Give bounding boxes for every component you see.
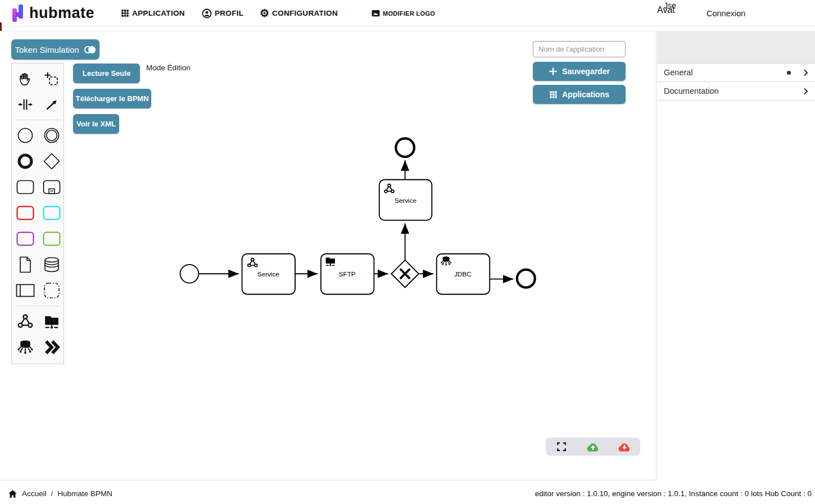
person-icon — [202, 8, 212, 19]
app-root: hubmate APPLICATION PROFIL ⚙ CONFIGURATI… — [0, 0, 815, 504]
bpmn-task-sftp[interactable]: SFTP — [321, 254, 374, 294]
top-navbar: hubmate APPLICATION PROFIL ⚙ CONFIGURATI… — [0, 0, 815, 26]
home-icon[interactable] — [8, 489, 17, 498]
nav-modifier-logo-label: MODIFIER LOGO — [383, 10, 435, 17]
cloud-download-icon — [617, 441, 632, 452]
breadcrumb: Accueil / Hubmate BPMN — [8, 489, 112, 498]
bpmn-exclusive-gateway[interactable] — [391, 260, 419, 288]
cloud-upload-icon — [586, 441, 600, 452]
nav-configuration[interactable]: ⚙ CONFIGURATION — [260, 0, 338, 26]
nav-configuration-label: CONFIGURATION — [272, 9, 338, 17]
left-edge-mark — [0, 22, 2, 31]
properties-panel-header — [657, 31, 815, 63]
general-dot-indicator — [787, 71, 791, 75]
fullscreen-icon — [556, 442, 567, 452]
nav-application-label: APPLICATION — [132, 9, 185, 17]
logo-text: hubmate — [29, 4, 94, 22]
gear-icon: ⚙ — [260, 8, 269, 19]
breadcrumb-page: Hubmate BPMN — [57, 489, 112, 498]
panel-row-documentation[interactable]: Documentation — [657, 82, 815, 101]
chevron-right-icon — [803, 69, 808, 76]
nav-profil[interactable]: PROFIL — [202, 0, 243, 26]
version-info: editor version : 1.0.10, engine version … — [535, 489, 812, 498]
nav-application[interactable]: APPLICATION — [121, 0, 185, 26]
download-button[interactable] — [615, 439, 634, 454]
bpmn-task-service-1[interactable]: Service — [242, 254, 296, 294]
bpmn-end-event-top[interactable] — [396, 138, 414, 157]
bpmn-diagram: Service SFTP JDBC Service — [0, 31, 656, 480]
panel-row-general[interactable]: General — [657, 63, 815, 82]
task-label: Service — [257, 270, 279, 278]
bpmn-end-event[interactable] — [517, 270, 535, 288]
nav-profil-label: PROFIL — [215, 9, 243, 17]
bpmn-task-service-2[interactable]: Service — [379, 180, 432, 220]
upload-button[interactable] — [583, 439, 603, 454]
bpmn-start-event[interactable] — [180, 265, 199, 283]
chevron-right-icon — [803, 88, 808, 95]
breadcrumb-home[interactable]: Accueil — [22, 489, 47, 498]
breadcrumb-separator: / — [51, 489, 53, 498]
task-label: JDBC — [454, 270, 472, 278]
canvas-toolbar — [546, 438, 640, 456]
properties-panel: General Documentation — [657, 31, 815, 480]
panel-row-documentation-label: Documentation — [664, 87, 803, 96]
avatar-text-bottom: Avat — [657, 5, 675, 15]
image-icon — [372, 10, 380, 17]
task-label: SFTP — [339, 270, 356, 278]
connexion-link[interactable]: Connexion — [707, 0, 745, 26]
grid-icon — [121, 9, 129, 17]
nav-modifier-logo[interactable]: MODIFIER LOGO — [372, 0, 435, 26]
hubmate-logo-icon — [11, 3, 26, 22]
task-label: Service — [395, 197, 416, 204]
bpmn-task-jdbc[interactable]: JDBC — [437, 254, 490, 294]
panel-row-general-label: General — [664, 68, 787, 77]
fullscreen-button[interactable] — [552, 439, 571, 454]
avatar[interactable]: Jse Avat — [656, 0, 682, 26]
hubmate-logo[interactable]: hubmate — [11, 3, 94, 22]
status-bar: Accueil / Hubmate BPMN editor version : … — [0, 483, 815, 504]
